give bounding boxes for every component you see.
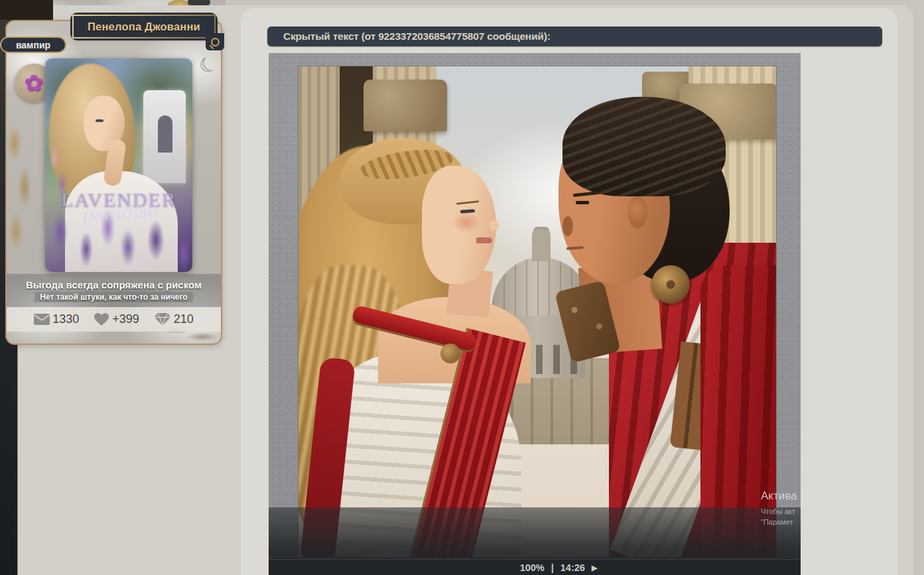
man-ear [627, 196, 647, 228]
artwork-roman-couple [298, 66, 776, 557]
windows-activation-watermark: Актива Чтобы акт "Парамет [761, 489, 801, 526]
woman-nose [490, 220, 499, 231]
battery-percent: 100% [520, 562, 545, 573]
avatar-woman-eye [96, 119, 103, 122]
gem-icon [154, 312, 171, 326]
spoiler-header-label: Скрытый текст (от 9223372036854775807 со… [283, 31, 551, 42]
username: Пенелопа Джованни [88, 21, 200, 33]
profile-card: Пенелопа Джованни вампир ☾ ✿ L [5, 20, 222, 345]
status-line-2: Нет такой штуки, как что-то за ничего [34, 292, 192, 302]
page-corner-block [0, 0, 53, 20]
woman-cheek [452, 211, 480, 233]
messages-count: 1330 [52, 312, 79, 326]
watermark-line: Чтобы акт [761, 507, 801, 515]
watermark-line: "Парамет [761, 518, 801, 526]
forum-page: Скрытый текст (от 9223372036854775807 со… [0, 0, 924, 575]
stats-row: 1330 +399 210 [7, 307, 221, 332]
man-eye [576, 201, 589, 204]
man-hair [562, 97, 726, 196]
search-icon [211, 38, 220, 46]
role-badge-label: вампир [16, 40, 50, 50]
column-capital [363, 80, 447, 131]
time-label: 14:26 [561, 562, 585, 573]
status-line-1: Выгода всегда сопряжена с риском [26, 279, 202, 290]
status-band: Выгода всегда сопряжена с риском Нет так… [7, 274, 221, 307]
search-button[interactable] [206, 33, 224, 50]
embedded-screenshot-image[interactable]: Актива Чтобы акт "Парамет 100% | 14:26 ▶ [269, 53, 801, 575]
user-avatar[interactable]: LAVENDER paradise [45, 58, 192, 272]
avatar-watermark: LAVENDER paradise [45, 188, 192, 223]
gold-foliage-decoration [4, 114, 38, 260]
player-status-text: 100% | 14:26 ▶ [520, 562, 598, 573]
avatar-arch-door [158, 115, 172, 153]
stat-coins[interactable]: 210 [154, 312, 194, 326]
woman-brooch [440, 344, 460, 363]
dome-lantern [532, 229, 551, 261]
divider: | [551, 562, 554, 573]
role-badge: вампир [0, 36, 66, 53]
man-shoulder-brooch [651, 265, 690, 304]
envelope-icon [34, 314, 50, 325]
player-status-bar: 100% | 14:26 ▶ [269, 559, 801, 575]
watermark-line: Актива [761, 489, 801, 503]
spoiler-header[interactable]: Скрытый текст (от 9223372036854775807 со… [267, 27, 882, 46]
play-icon: ▶ [592, 564, 597, 572]
username-plate[interactable]: Пенелопа Джованни [72, 15, 216, 38]
stat-reputation[interactable]: +399 [94, 312, 139, 326]
moon-icon[interactable]: ☾ [190, 47, 226, 83]
reputation-count: +399 [112, 312, 139, 326]
flower-icon: ✿ [25, 70, 44, 96]
coins-count: 210 [174, 312, 194, 326]
man-nose [562, 216, 573, 236]
stat-messages[interactable]: 1330 [34, 312, 79, 326]
heart-icon [94, 312, 109, 326]
woman-lips [476, 237, 492, 243]
